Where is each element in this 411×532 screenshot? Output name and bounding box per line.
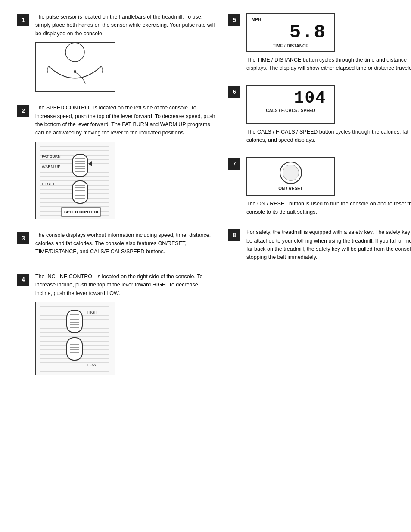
section-3-content: The console displays workout information…	[35, 231, 215, 261]
section-7-on-reset: 7 ON / RESET The ON / RESET button is us…	[228, 157, 411, 217]
svg-rect-58	[67, 310, 82, 333]
section-number-7: 7	[228, 158, 240, 170]
svg-text:LOW: LOW	[87, 363, 97, 367]
section-6-text: The CALS / F-CALS / SPEED button cycles …	[246, 128, 411, 145]
mph-label: MPH	[252, 17, 261, 22]
on-reset-diagram-wrapper: ON / RESET	[246, 157, 411, 196]
on-reset-button-inner	[283, 165, 299, 181]
svg-rect-65	[67, 338, 82, 360]
svg-text:SPEED CONTROL: SPEED CONTROL	[64, 209, 100, 214]
section-5-content: MPH 5.8 TIME / DISTANCE The TIME / DISTA…	[246, 13, 411, 73]
section-4-text: The INCLINE CONTROL is located on the ri…	[35, 273, 215, 298]
section-number-5: 5	[228, 14, 240, 26]
speed-value: 5.8	[290, 23, 326, 42]
section-5-text: The TIME / DISTANCE button cycles throug…	[246, 56, 411, 73]
section-7-text: The ON / RESET button is used to turn th…	[246, 200, 411, 217]
speed-control-diagram: FAT BURN WARM UP RESET	[35, 142, 115, 219]
svg-marker-30	[88, 161, 92, 166]
page: 1 The pulse sensor is located on the han…	[0, 0, 411, 532]
columns-container: 1 The pulse sensor is located on the han…	[17, 13, 394, 519]
section-5-time-distance: 5 MPH 5.8 TIME / DISTANCE The TIME / DIS…	[228, 13, 411, 73]
section-8-content: For safety, the treadmill is equipped wi…	[246, 228, 411, 262]
section-3-console: 3 The console displays workout informati…	[17, 231, 215, 261]
section-2-content: The SPEED CONTROL is located on the left…	[35, 104, 215, 219]
left-column: 1 The pulse sensor is located on the han…	[17, 13, 224, 519]
cals-label: CALS / F-CALS / SPEED	[252, 108, 330, 113]
section-4-content: The INCLINE CONTROL is located on the ri…	[35, 273, 215, 375]
svg-text:WARM UP: WARM UP	[42, 165, 60, 169]
on-reset-button-visual	[280, 162, 302, 184]
section-1-content: The pulse sensor is located on the handl…	[35, 13, 215, 92]
svg-text:FAT BURN: FAT BURN	[42, 154, 61, 159]
on-reset-diagram: ON / RESET	[246, 157, 335, 196]
section-8-text: For safety, the treadmill is equipped wi…	[246, 228, 411, 262]
section-2-speed-control: 2 The SPEED CONTROL is located on the le…	[17, 104, 215, 219]
svg-rect-23	[72, 154, 88, 177]
section-4-incline: 4 The INCLINE CONTROL is located on the …	[17, 273, 215, 375]
cals-lcd-wrapper: 104 CALS / F-CALS / SPEED	[246, 85, 411, 124]
section-7-content: ON / RESET The ON / RESET button is used…	[246, 157, 411, 217]
section-3-text: The console displays workout information…	[35, 231, 215, 256]
section-2-text: The SPEED CONTROL is located on the left…	[35, 104, 215, 137]
section-8-safety: 8 For safety, the treadmill is equipped …	[228, 228, 411, 262]
section-number-1: 1	[17, 14, 29, 26]
svg-text:HIGH: HIGH	[87, 310, 97, 314]
on-reset-label: ON / RESET	[278, 186, 303, 191]
section-number-8: 8	[228, 229, 240, 241]
cals-lcd: 104 CALS / F-CALS / SPEED	[246, 85, 335, 124]
time-distance-lcd-wrapper: MPH 5.8 TIME / DISTANCE	[246, 13, 411, 52]
section-number-4: 4	[17, 274, 29, 286]
cals-value: 104	[294, 90, 326, 106]
right-column: 5 MPH 5.8 TIME / DISTANCE The TIME / DIS…	[224, 13, 411, 519]
section-number-6: 6	[228, 86, 240, 98]
section-1-pulse-sensor: 1 The pulse sensor is located on the han…	[17, 13, 215, 92]
pulse-sensor-diagram	[35, 42, 115, 92]
svg-point-2	[74, 70, 76, 73]
time-distance-label: TIME / DISTANCE	[252, 44, 330, 48]
time-distance-lcd: MPH 5.8 TIME / DISTANCE	[246, 13, 335, 52]
section-number-2: 2	[17, 105, 29, 117]
section-number-3: 3	[17, 232, 29, 244]
incline-control-diagram: HIGH LOW	[35, 302, 115, 375]
section-1-text: The pulse sensor is located on the handl…	[35, 13, 215, 38]
svg-text:RESET: RESET	[42, 182, 55, 186]
svg-rect-31	[72, 181, 88, 203]
svg-point-0	[65, 43, 84, 62]
section-6-content: 104 CALS / F-CALS / SPEED The CALS / F-C…	[246, 85, 411, 145]
section-6-cals: 6 104 CALS / F-CALS / SPEED The CALS / F…	[228, 85, 411, 145]
